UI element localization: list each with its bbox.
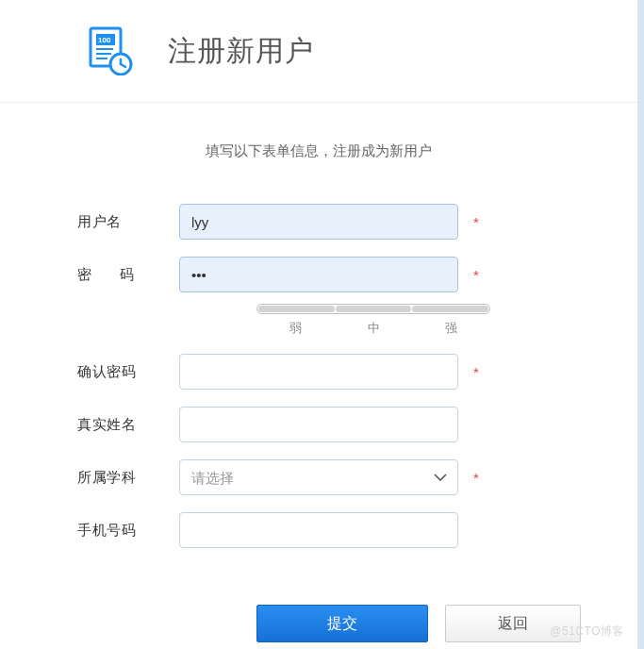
required-mark: * [473,267,479,283]
required-mark: * [473,470,479,486]
page-header: 100 注册新用户 [0,0,637,103]
submit-button[interactable]: 提交 [256,605,428,642]
phone-label: 手机号码 [77,522,179,540]
strength-bars [256,304,490,314]
page-title: 注册新用户 [168,32,314,71]
phone-row: 手机号码 [77,512,637,548]
confirm-password-label: 确认密码 [77,363,179,381]
strength-labels: 弱 中 强 [256,320,490,337]
confirm-password-row: 确认密码 * [77,354,637,390]
username-input[interactable] [179,204,458,240]
username-label: 用户名 [77,213,179,231]
strength-bar-weak [258,306,335,312]
strength-label-strong: 强 [412,320,490,337]
password-input[interactable] [179,257,458,292]
invoice-clock-icon: 100 [85,26,134,75]
svg-text:100: 100 [98,36,111,44]
real-name-row: 真实姓名 [77,407,637,442]
subject-row: 所属学科 请选择 * [77,459,637,495]
instruction-text: 填写以下表单信息，注册成为新用户 [0,142,637,160]
strength-label-weak: 弱 [256,320,335,337]
strength-label-medium: 中 [335,320,413,337]
strength-bar-medium [336,306,412,312]
confirm-password-input[interactable] [179,354,458,390]
watermark-text: @51CTO博客 [550,624,624,640]
subject-select[interactable]: 请选择 [179,459,458,495]
required-mark: * [473,364,479,380]
password-row: 密 码 * [77,257,637,292]
strength-bar-strong [412,306,488,312]
real-name-input[interactable] [179,407,458,442]
subject-label: 所属学科 [77,469,179,487]
phone-input[interactable] [179,512,458,548]
required-mark: * [473,214,479,230]
real-name-label: 真实姓名 [77,416,179,434]
register-form: 用户名 * 密 码 * 弱 中 强 确认密码 * [0,204,637,642]
password-label: 密 码 [77,266,179,284]
password-strength: 弱 中 强 [256,304,637,337]
username-row: 用户名 * [77,204,637,240]
